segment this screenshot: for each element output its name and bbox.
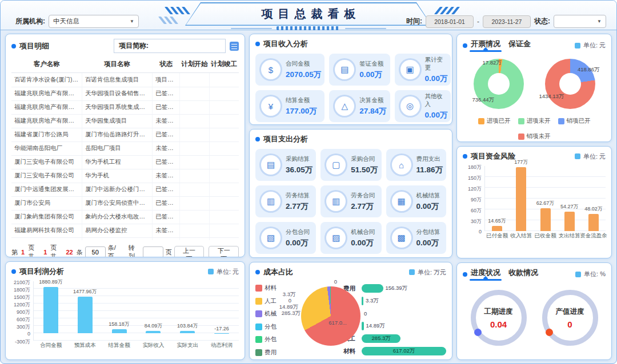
bar <box>146 331 161 333</box>
legend-item: 费用 <box>255 349 279 357</box>
card-value: 36.05万 <box>286 165 312 175</box>
goto-page-input[interactable] <box>143 246 163 257</box>
card-label: 机械合同 <box>351 228 375 236</box>
bar-column: 84.09万实际收入 <box>136 281 170 341</box>
tab-collection-status[interactable]: 收款情况 <box>508 268 538 281</box>
cost-bar-value: 156.39万 <box>386 285 408 292</box>
legend-item: 销项已开 <box>558 117 591 125</box>
output-invoice-donut: 418.86万 1434.13万 <box>545 59 595 109</box>
legend-swatch-icon <box>255 336 262 343</box>
list-icon[interactable] <box>230 42 239 51</box>
card-label: 采购合同 <box>351 155 378 163</box>
card-label: 劳务合同 <box>351 192 375 200</box>
dollar-doc-icon: $ <box>261 60 281 79</box>
tab-invoice-status[interactable]: 开票情况 <box>471 39 500 52</box>
tab-deposit[interactable]: 保证金 <box>508 39 531 52</box>
deco-stripes-right <box>437 7 457 14</box>
card-label: 劳务结算 <box>286 192 310 200</box>
cost-bar: 617.02万 <box>362 347 446 355</box>
col-customer: 客户名称 <box>11 56 82 73</box>
cost-bar: 285.3万 <box>362 334 400 343</box>
bar-category-label: 收入结算 <box>510 232 532 240</box>
time-label: 时间: <box>406 17 422 26</box>
legend-item: 材料 <box>255 284 279 292</box>
current-page: 1 <box>20 249 26 256</box>
legend-swatch-icon <box>255 323 262 330</box>
pie-label-subcontract: 0 <box>289 297 291 304</box>
pie-label-expense: 0 <box>334 278 337 285</box>
invoice-panel: 开票情况 保证金 单位: 元 17.82万 736.44万 418.86万 14… <box>456 34 612 142</box>
prev-page-button[interactable]: 上一页 <box>174 246 205 257</box>
bar-value-label: -17.26 <box>214 326 229 331</box>
unit-badge: 单位: 元 <box>208 268 239 276</box>
cost-bar-value: 0 <box>364 310 367 317</box>
bar <box>492 226 502 231</box>
next-page-button[interactable]: 下一页 <box>209 246 239 257</box>
invoice-legend: 进项已开进项未开销项已开销项未开 <box>463 117 606 140</box>
dashboard-page: 所属机构: 中天信息 ▼ 项目总裁看板 时间: 2018-01-01 <box>0 0 617 364</box>
bar-column: 158.18万结算金额 <box>102 281 137 341</box>
table-row[interactable]: 福建兆联房地产有限公司配电项目（1x800KVA变压柜）未签合同 <box>11 237 239 240</box>
purchase-contract-doc-icon: ▢ <box>326 155 346 175</box>
schedule-progress-gauge: 工期进度 0.04 <box>471 290 527 346</box>
card-label: 分包合同 <box>286 228 310 236</box>
input-invoice-donut: 17.82万 736.44万 <box>474 59 524 109</box>
legend-item: 进项未开 <box>518 117 551 125</box>
table-row[interactable]: 福建兆联房地产有限公司天华园项目设备销售部分已签合同 <box>11 87 239 100</box>
card-value: 51.50万 <box>351 165 378 175</box>
bar-column: 1477.96万预算成本 <box>68 281 102 341</box>
cost-pie-chart: 0 3.3万 0 14.89万 285.3万 617.0... <box>279 280 338 354</box>
card-value: 0.00万 <box>425 74 448 84</box>
tab-progress-status[interactable]: 进度状况 <box>471 268 500 281</box>
table-row[interactable]: 福建易网科技有限公司易网办公楼监控未签合同 <box>11 224 239 237</box>
yen-doc-icon: ¥ <box>261 96 281 116</box>
date-end-input[interactable]: 2023-11-27 <box>483 15 531 28</box>
org-select[interactable]: 中天信息 ▼ <box>49 15 139 28</box>
bar <box>214 333 229 334</box>
table-row[interactable]: 百诺肯净水设备(厦门)有限公司百诺肯信息集成项目项目在建 <box>11 73 239 87</box>
col-status: 状态 <box>153 56 180 73</box>
pagination: 第 1 页共 1 页共 22 条 条/页 转到 页 上一页 下一页 <box>11 244 239 257</box>
income-cards: $ 合同金额 2070.05万▤ 签证金额 0.00万▣ 累计变更 0.00万¥… <box>255 54 446 122</box>
table-row[interactable]: 厦门象屿集团有限公司象屿办公大楼水电改造项目已签合同 <box>11 210 239 224</box>
labor-settlement-card: ▥ 劳务结算 2.77万 <box>255 185 316 217</box>
date-start-input[interactable]: 2018-01-01 <box>426 15 474 28</box>
card-value: 0.00万 <box>351 238 375 248</box>
profit-bar-chart: 2100万1800万1500万1200万900万600万300万0-300万 1… <box>11 281 239 350</box>
table-row[interactable]: 华能湖南岳阳电厂岳阳电厂项目未签合同 <box>11 141 239 155</box>
project-search-box: 项目简称: <box>114 39 226 53</box>
card-label: 分包结算 <box>416 228 440 236</box>
other-income-card: ◎ 其他收入 0.00万 <box>395 90 451 122</box>
expense-house-icon: ⌂ <box>392 155 411 175</box>
card-label: 采购结算 <box>286 155 312 163</box>
table-row[interactable]: 厦门三安电子有限公司华为手机工程已签合同 <box>11 155 239 169</box>
card-label: 签证金额 <box>359 60 383 68</box>
bar-category-label: 支出结算 <box>559 232 580 240</box>
org-filter: 所属机构: 中天信息 ▼ <box>15 15 139 28</box>
panel-title: 项目支出分析 <box>263 134 308 144</box>
pie-label-material: 617.0... <box>328 319 347 326</box>
unit-badge: 单位: 元 <box>575 152 606 161</box>
section-dot <box>463 154 467 159</box>
legend-item: 分包 <box>255 323 279 331</box>
status-select[interactable]: ▼ <box>554 15 606 28</box>
bar-value-label: 54.27万 <box>560 203 579 211</box>
project-abbr-input[interactable] <box>151 39 225 52</box>
page-size-input[interactable] <box>85 246 106 257</box>
table-row[interactable]: 福建兆联房地产有限公司天华园项目系统集成部分已签合同 <box>11 100 239 114</box>
table-row[interactable]: 福建省厦门市公路局厦门市仙岳路路灯升级改造项目已签合同 <box>11 128 239 141</box>
table-row[interactable]: 厦门中远通集团发展有限公司厦门中远新办公楼门禁系统已签合同 <box>11 183 239 196</box>
card-value: 2070.05万 <box>286 70 321 80</box>
final-amount-card: △ 决算金额 27.84万 <box>329 90 390 122</box>
machine-settlement-doc-icon: ▦ <box>392 192 411 211</box>
section-dot <box>11 44 16 48</box>
settlement-amount-card: ¥ 结算金额 177.00万 <box>255 90 324 122</box>
bar-column: 177万收入结算 <box>509 166 533 231</box>
table-row[interactable]: 福建兆联房地产有限公司天华园集成项目未签合同 <box>11 114 239 128</box>
table-row[interactable]: 厦门市公安局厦门市公安局侦查中心办公设...已签合同 <box>11 196 239 210</box>
chevron-down-icon: ▼ <box>597 19 602 24</box>
detail-table-header: 客户名称 项目名称 状态 计划开始 计划竣工 <box>11 56 239 73</box>
panel-title: 项目利润分析 <box>19 266 64 277</box>
machine-contract-doc-icon: ▨ <box>326 228 346 248</box>
table-row[interactable]: 厦门三安电子有限公司华为手机未签合同 <box>11 169 239 183</box>
